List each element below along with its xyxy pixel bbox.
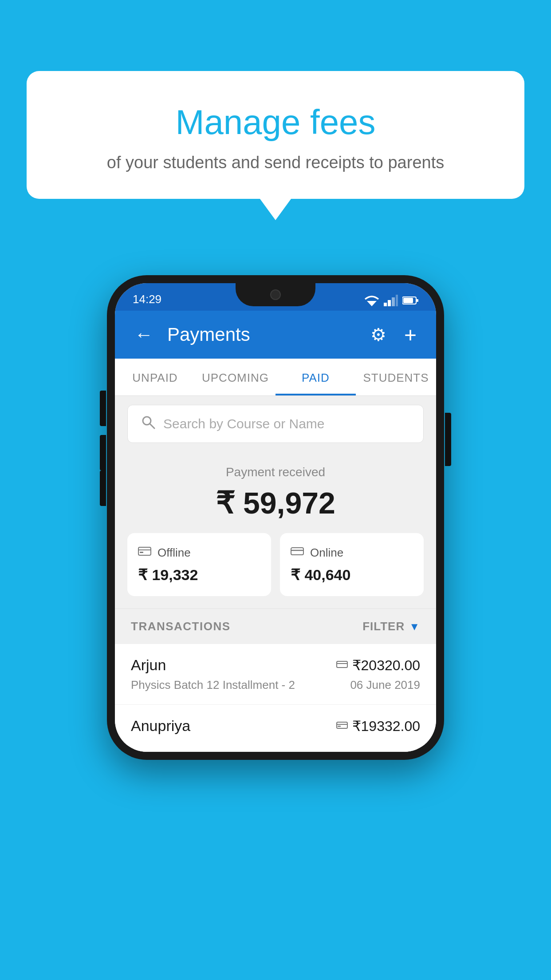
svg-rect-6 xyxy=(403,298,413,303)
offline-card: Offline ₹ 19,332 xyxy=(127,533,271,596)
speech-bubble: Manage fees of your students and send re… xyxy=(27,71,524,199)
search-container: Search by Course or Name xyxy=(115,396,436,452)
speech-bubble-container: Manage fees of your students and send re… xyxy=(27,71,524,199)
transaction-name: Anupriya xyxy=(131,717,190,735)
status-icons xyxy=(364,295,418,306)
transactions-label: TRANSACTIONS xyxy=(131,620,231,633)
tab-paid[interactable]: PAID xyxy=(276,359,356,395)
payment-cards: Offline ₹ 19,332 Online xyxy=(127,533,424,596)
svg-rect-7 xyxy=(417,299,418,302)
payment-type-icon xyxy=(336,658,348,672)
transaction-amount-value-2: ₹19332.00 xyxy=(352,718,420,735)
bubble-subtitle: of your students and send receipts to pa… xyxy=(62,153,489,172)
payment-summary: Payment received ₹ 59,972 xyxy=(115,452,436,609)
transaction-description: Physics Batch 12 Installment - 2 xyxy=(131,678,295,692)
transaction-top: Arjun ₹20320.00 xyxy=(131,656,420,674)
filter-label: FILTER xyxy=(362,620,405,633)
battery-icon xyxy=(402,296,418,305)
add-button[interactable]: + xyxy=(401,319,420,351)
offline-amount: ₹ 19,332 xyxy=(138,566,260,584)
transactions-header: TRANSACTIONS FILTER ▼ xyxy=(115,609,436,644)
transaction-date: 06 June 2019 xyxy=(350,678,420,692)
tab-upcoming[interactable]: UPCOMING xyxy=(195,359,276,395)
filter-button[interactable]: FILTER ▼ xyxy=(362,620,420,633)
phone-outer: 14:29 xyxy=(107,275,444,760)
app-bar: ← Payments ⚙ + xyxy=(115,311,436,359)
search-icon xyxy=(141,415,155,433)
tab-unpaid[interactable]: UNPAID xyxy=(115,359,195,395)
svg-rect-3 xyxy=(392,297,395,306)
transaction-name: Arjun xyxy=(131,656,166,674)
transaction-amount: ₹19332.00 xyxy=(336,718,420,735)
svg-rect-12 xyxy=(140,552,143,553)
svg-rect-10 xyxy=(138,547,151,555)
online-label: Online xyxy=(310,546,343,560)
status-time: 14:29 xyxy=(133,292,161,306)
svg-rect-4 xyxy=(396,295,398,306)
settings-button[interactable]: ⚙ xyxy=(367,321,390,348)
transaction-row[interactable]: Arjun ₹20320.00 Physics Batch 12 Install… xyxy=(115,644,436,705)
payment-total-amount: ₹ 59,972 xyxy=(127,486,424,521)
online-card-header: Online xyxy=(291,545,413,560)
svg-rect-1 xyxy=(384,303,387,306)
transaction-bottom: Physics Batch 12 Installment - 2 06 June… xyxy=(131,678,420,692)
wifi-icon xyxy=(364,295,379,306)
signal-icon xyxy=(384,295,398,306)
online-card: Online ₹ 40,640 xyxy=(280,533,424,596)
phone-mockup: 14:29 xyxy=(107,275,444,760)
app-title: Payments xyxy=(167,324,356,345)
online-amount: ₹ 40,640 xyxy=(291,566,413,584)
svg-rect-19 xyxy=(338,726,341,727)
offline-label: Offline xyxy=(157,546,191,560)
svg-marker-0 xyxy=(367,301,377,306)
search-bar[interactable]: Search by Course or Name xyxy=(127,405,424,443)
front-camera xyxy=(270,289,281,300)
phone-notch xyxy=(236,283,315,306)
filter-icon: ▼ xyxy=(409,620,420,633)
svg-rect-17 xyxy=(337,722,347,728)
svg-rect-13 xyxy=(291,548,303,555)
online-icon xyxy=(291,545,304,560)
svg-rect-2 xyxy=(388,300,391,306)
phone-screen: 14:29 xyxy=(115,283,436,752)
offline-card-header: Offline xyxy=(138,545,260,560)
svg-rect-15 xyxy=(337,661,347,668)
offline-icon xyxy=(138,545,151,560)
transaction-top: Anupriya ₹19332.00 xyxy=(131,717,420,735)
transaction-amount-value: ₹20320.00 xyxy=(352,657,420,674)
payment-type-icon-offline xyxy=(336,719,348,733)
tab-students[interactable]: STUDENTS xyxy=(356,359,436,395)
svg-line-9 xyxy=(150,424,154,428)
bubble-title: Manage fees xyxy=(62,102,489,142)
search-placeholder: Search by Course or Name xyxy=(163,416,325,431)
back-button[interactable]: ← xyxy=(131,320,157,349)
tabs: UNPAID UPCOMING PAID STUDENTS xyxy=(115,359,436,396)
payment-received-label: Payment received xyxy=(127,465,424,479)
transaction-row[interactable]: Anupriya ₹19332.00 xyxy=(115,705,436,752)
transaction-amount: ₹20320.00 xyxy=(336,657,420,674)
